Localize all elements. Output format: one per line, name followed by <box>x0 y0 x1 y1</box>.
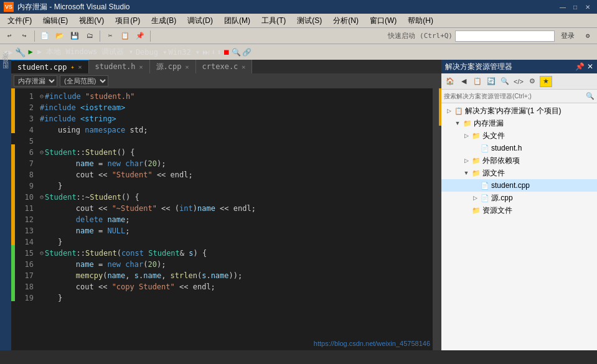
debug-nav-back[interactable]: ◀ <box>2 48 7 57</box>
tree-item-5[interactable]: ▼📁源文件 <box>441 167 597 179</box>
tree-item-0[interactable]: ▷📋解决方案'内存泄漏'(1 个项目) <box>441 105 597 117</box>
code-editor[interactable]: 12345678910111213141516171819 https://bl… <box>11 88 441 350</box>
code-token <box>166 169 170 180</box>
quick-launch-input[interactable] <box>455 30 555 42</box>
step-over-button[interactable]: ⏭ <box>202 48 210 57</box>
se-btn-code[interactable]: </> <box>512 76 525 87</box>
tree-expand-icon[interactable]: ▼ <box>454 120 461 126</box>
menu-bar: 文件(F)编辑(E)视图(V)项目(P)生成(B)调试(D)团队(M)工具(T)… <box>0 14 597 27</box>
new-file-button[interactable]: 📄 <box>38 30 52 42</box>
code-content[interactable]: https://blog.csdn.net/weixin_45758146 ⊖#… <box>37 88 433 350</box>
menu-item-H[interactable]: 帮助(H) <box>403 14 438 27</box>
se-btn-active[interactable]: ★ <box>540 76 552 87</box>
tree-expand-icon[interactable]: ▼ <box>463 170 470 176</box>
code-token-num: 20 <box>148 158 156 169</box>
code-token-inc: <string> <box>80 113 116 124</box>
menu-item-E[interactable]: 编辑(E) <box>38 14 73 27</box>
tree-item-7[interactable]: ▷📄源.cpp <box>441 192 597 204</box>
se-pin-icon[interactable]: 📌 <box>575 62 585 71</box>
menu-item-F[interactable]: 文件(F) <box>2 14 37 27</box>
tree-item-3[interactable]: 📄student.h <box>441 142 597 154</box>
tab-studenth[interactable]: student.h ✕ <box>89 60 150 73</box>
se-btn-home[interactable]: 🏠 <box>444 76 456 87</box>
se-btn-refresh[interactable]: 🔄 <box>485 76 497 87</box>
save-button[interactable]: 💾 <box>68 30 82 42</box>
debug-btn3[interactable]: 🔗 <box>242 48 251 57</box>
platform-arrow: ▾ <box>195 48 200 57</box>
settings-icon[interactable]: ⚙ <box>581 30 595 42</box>
step-in-button[interactable]: ⬇ <box>211 48 215 57</box>
menu-item-T[interactable]: 工具(T) <box>256 14 291 27</box>
collapse-icon[interactable]: ⊖ <box>40 147 44 158</box>
minimap-scroll[interactable] <box>433 88 441 350</box>
collapse-icon[interactable]: ⊖ <box>40 248 44 259</box>
debug-nav-fwd[interactable]: ▶ <box>8 48 12 57</box>
scope-dropdown[interactable]: 内存泄漏 <box>14 75 57 86</box>
debug-btn2[interactable]: 🔍 <box>232 48 241 57</box>
se-btn-props[interactable]: 📋 <box>471 76 484 87</box>
se-close-icon[interactable]: ✕ <box>587 62 593 71</box>
close-button[interactable]: ✕ <box>582 2 593 12</box>
collapse-icon[interactable]: ⊖ <box>40 91 44 102</box>
undo-button[interactable]: ↩ <box>2 30 16 42</box>
ab-item-3[interactable]: 图 <box>0 72 11 75</box>
line-number-18: 18 <box>15 281 34 292</box>
code-token <box>175 281 179 292</box>
platform-dropdown[interactable]: Win32 ▾ <box>168 48 200 57</box>
tree-item-6[interactable]: 📄student.cpp <box>441 179 597 192</box>
tree-item-4[interactable]: ▷📁外部依赖项 <box>441 154 597 167</box>
menu-item-W[interactable]: 窗口(W) <box>365 14 402 27</box>
tab-studentcpp[interactable]: student.cpp ✦ ✕ <box>11 60 89 73</box>
tree-expand-icon[interactable]: ▷ <box>471 195 479 201</box>
code-line-4: using namespace std; <box>40 124 433 136</box>
code-token-op: ( <box>175 203 179 214</box>
menu-item-B[interactable]: 生成(B) <box>146 14 181 27</box>
tab-close-icon[interactable]: ✕ <box>186 63 189 70</box>
login-button[interactable]: 登录 <box>556 30 580 42</box>
tab-crtexec[interactable]: crtexe.c ✕ <box>196 60 253 73</box>
ab-item-2[interactable]: 视 <box>0 67 11 70</box>
code-token-op: = <box>98 225 103 236</box>
code-line-18: cout << "copy Student" << endl; <box>40 281 433 292</box>
step-out-button[interactable]: ⬆ <box>217 48 221 57</box>
paste-button[interactable]: 📌 <box>133 30 147 42</box>
tree-item-1[interactable]: ▼📁内存泄漏 <box>441 117 597 129</box>
menu-item-N[interactable]: 分析(N) <box>328 14 364 27</box>
tree-expand-icon[interactable]: ▷ <box>463 157 470 164</box>
open-button[interactable]: 📂 <box>53 30 67 42</box>
se-btn-settings[interactable]: ⚙ <box>526 76 538 87</box>
code-token-plain: cout <box>76 203 94 214</box>
tree-expand-icon[interactable]: ▷ <box>445 108 453 114</box>
menu-item-M[interactable]: 团队(M) <box>219 14 255 27</box>
tab-cpp[interactable]: 源.cpp ✕ <box>150 60 196 73</box>
code-token-plain: , <box>125 270 134 281</box>
redo-button[interactable]: ↪ <box>17 30 31 42</box>
config-dropdown[interactable]: Debug ▾ <box>136 48 167 57</box>
se-btn-back[interactable]: ◀ <box>458 76 470 87</box>
tab-close-icon[interactable]: ✕ <box>78 63 82 70</box>
context-dropdown[interactable]: (全局范围) <box>60 75 108 86</box>
minimize-button[interactable]: — <box>557 2 568 12</box>
ab-item-1[interactable]: 类 <box>0 62 11 65</box>
menu-item-V[interactable]: 视图(V) <box>74 14 109 27</box>
separator-1 <box>34 30 35 42</box>
se-btn-filter[interactable]: 🔍 <box>499 76 511 87</box>
stop-button[interactable]: ⏹ <box>223 48 230 57</box>
cut-button[interactable]: ✂ <box>103 30 117 42</box>
tree-item-8[interactable]: 📁资源文件 <box>441 204 597 217</box>
menu-item-D[interactable]: 调试(D) <box>182 14 218 27</box>
menu-item-P[interactable]: 项目(P) <box>110 14 145 27</box>
se-search-icon[interactable]: 🔍 <box>586 92 595 100</box>
tree-item-2[interactable]: ▷📁头文件 <box>441 129 597 142</box>
tab-close-icon[interactable]: ✕ <box>139 63 143 70</box>
separator-3 <box>150 30 151 42</box>
debug-start-button[interactable]: ▶ ▶ 本地 Windows 调试器 ▾ <box>28 47 133 57</box>
maximize-button[interactable]: □ <box>570 2 581 12</box>
menu-item-S[interactable]: 测试(S) <box>292 14 327 27</box>
save-all-button[interactable]: 🗂 <box>83 30 96 42</box>
debug-toolbar-icon[interactable]: 🔧 <box>15 47 26 57</box>
tree-expand-icon[interactable]: ▷ <box>463 133 470 139</box>
collapse-icon[interactable]: ⊖ <box>40 192 44 203</box>
copy-button[interactable]: 📋 <box>118 30 132 42</box>
tab-close-icon[interactable]: ✕ <box>242 63 245 70</box>
